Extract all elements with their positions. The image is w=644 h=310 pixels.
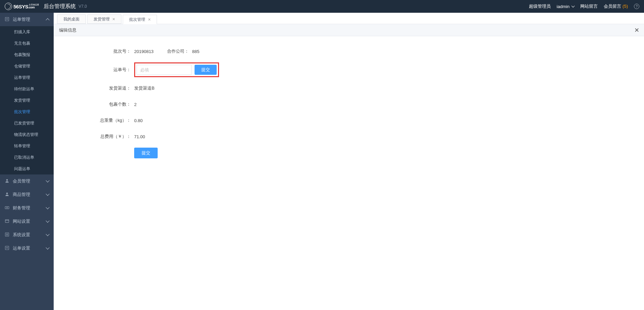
close-icon[interactable]: × — [148, 15, 151, 24]
channel-label: 发货渠道： — [67, 85, 134, 91]
channel-value: 发货渠道B — [134, 85, 155, 91]
svg-rect-5 — [5, 206, 9, 209]
panel-header: 编辑信息 ✕ — [54, 24, 644, 36]
waybill-input[interactable] — [137, 65, 192, 75]
count-label: 包裹个数： — [67, 101, 134, 107]
chevron-up-icon — [46, 18, 49, 22]
chevron-down-icon — [572, 4, 575, 7]
system-title: 后台管理系统 — [44, 3, 76, 10]
menu-group-label: 系统设置 — [13, 232, 30, 238]
chevron-down-icon — [46, 219, 49, 222]
submenu-item[interactable]: 问题运单 — [0, 163, 54, 174]
menu-group-head[interactable]: 商品管理 — [0, 188, 54, 201]
member-msg-count: (5) — [623, 4, 628, 9]
gear-icon — [5, 232, 9, 238]
menu-group-label: 网站设置 — [13, 218, 30, 224]
tab-label: 发货管理 — [94, 14, 110, 24]
submenu: 扫描入库无主包裹包裹预报仓储管理运单管理待付款运单发货管理批次管理已发货管理物流… — [0, 26, 54, 174]
doc-icon — [5, 17, 9, 22]
close-icon[interactable]: × — [112, 14, 115, 24]
chevron-down-icon — [46, 232, 49, 236]
weight-value: 0.80 — [134, 118, 143, 123]
count-value: 2 — [134, 102, 137, 107]
svg-point-3 — [6, 179, 8, 180]
menu-group-head[interactable]: 运单设置 — [0, 242, 54, 255]
tab-bar: 我的桌面发货管理×批次管理× — [54, 13, 644, 24]
tab-label: 批次管理 — [129, 15, 145, 24]
submenu-item[interactable]: 扫描入库 — [0, 26, 54, 38]
svg-rect-0 — [5, 17, 9, 21]
member-message-link[interactable]: 会员留言 (5) — [604, 3, 628, 9]
menu-group-head[interactable]: 运单管理 — [0, 13, 54, 26]
waybill-submit-button[interactable]: 提交 — [195, 65, 217, 75]
submit-button[interactable]: 提交 — [134, 148, 158, 158]
money-icon — [5, 205, 9, 211]
logo-icon — [5, 3, 12, 10]
chevron-down-icon — [46, 246, 49, 249]
menu-group-label: 商品管理 — [13, 192, 30, 198]
menu-group-label: 财务管理 — [13, 205, 30, 211]
tab[interactable]: 发货管理× — [87, 14, 121, 24]
svg-rect-7 — [5, 219, 9, 222]
tab[interactable]: 批次管理× — [123, 15, 157, 24]
chevron-down-icon — [46, 205, 49, 209]
role-label: 超级管理员 — [529, 3, 551, 9]
svg-point-6 — [6, 207, 7, 208]
logo[interactable]: 56SYS 全景物流通 .com — [5, 3, 39, 10]
submenu-item[interactable]: 运单管理 — [0, 72, 54, 83]
batch-label: 批次号： — [67, 48, 134, 54]
submenu-item[interactable]: 批次管理 — [0, 106, 54, 117]
submenu-item[interactable]: 待付款运单 — [0, 83, 54, 95]
user-icon — [5, 178, 9, 184]
main-area: 我的桌面发货管理×批次管理× 编辑信息 ✕ 批次号： 20190813 合作公司… — [54, 13, 644, 310]
user-name: iadmin — [557, 4, 570, 9]
site-message-link[interactable]: 网站留言 — [580, 3, 598, 9]
submenu-item[interactable]: 仓储管理 — [0, 60, 54, 72]
submenu-item[interactable]: 转单管理 — [0, 140, 54, 152]
fee-label: 总费用（￥）： — [67, 134, 134, 140]
tab[interactable]: 我的桌面 — [57, 14, 86, 24]
menu-group-head[interactable]: 财务管理 — [0, 201, 54, 215]
system-version: V7.0 — [78, 4, 87, 9]
help-icon[interactable]: ? — [634, 4, 639, 9]
menu-group-label: 运单管理 — [13, 16, 30, 22]
top-header: 56SYS 全景物流通 .com 后台管理系统 V7.0 超级管理员 iadmi… — [0, 0, 644, 13]
logo-tld: .com — [28, 6, 39, 9]
chevron-down-icon — [46, 178, 49, 182]
menu-group-label: 运单设置 — [13, 245, 30, 251]
logo-text-main: 56SYS — [13, 4, 28, 9]
batch-value: 20190813 — [134, 49, 154, 54]
waybill-label: 运单号： — [67, 67, 134, 73]
highlighted-input-group: 提交 — [134, 62, 219, 77]
company-label: 合作公司： — [167, 48, 189, 54]
submenu-item[interactable]: 包裹预报 — [0, 49, 54, 60]
company-value: 885 — [192, 49, 200, 54]
weight-label: 总重量（kg）： — [67, 117, 134, 123]
fee-value: 71.00 — [134, 134, 145, 139]
chevron-down-icon — [46, 192, 49, 196]
close-icon[interactable]: ✕ — [634, 27, 639, 34]
header-right: 超级管理员 iadmin 网站留言 会员留言 (5) ? — [529, 3, 639, 9]
doc-icon — [5, 246, 9, 251]
submenu-item[interactable]: 已取消运单 — [0, 152, 54, 163]
user-icon — [5, 192, 9, 198]
user-dropdown[interactable]: iadmin — [557, 4, 575, 9]
svg-point-4 — [6, 192, 8, 194]
menu-group-head[interactable]: 系统设置 — [0, 228, 54, 242]
tab-label: 我的桌面 — [63, 14, 79, 24]
member-msg-label: 会员留言 — [604, 4, 621, 9]
form-content: 批次号： 20190813 合作公司： 885 运单号： 提交 发货渠道： — [54, 36, 644, 310]
site-icon — [5, 219, 9, 224]
submenu-item[interactable]: 已发货管理 — [0, 117, 54, 129]
menu-group-head[interactable]: 会员管理 — [0, 174, 54, 188]
panel-title: 编辑信息 — [59, 27, 76, 33]
submenu-item[interactable]: 物流状态管理 — [0, 129, 54, 140]
menu-group-label: 会员管理 — [13, 178, 30, 184]
sidebar: 运单管理扫描入库无主包裹包裹预报仓储管理运单管理待付款运单发货管理批次管理已发货… — [0, 13, 54, 310]
menu-group-head[interactable]: 网站设置 — [0, 215, 54, 228]
svg-rect-13 — [5, 246, 9, 250]
submenu-item[interactable]: 发货管理 — [0, 95, 54, 106]
submenu-item[interactable]: 无主包裹 — [0, 38, 54, 49]
